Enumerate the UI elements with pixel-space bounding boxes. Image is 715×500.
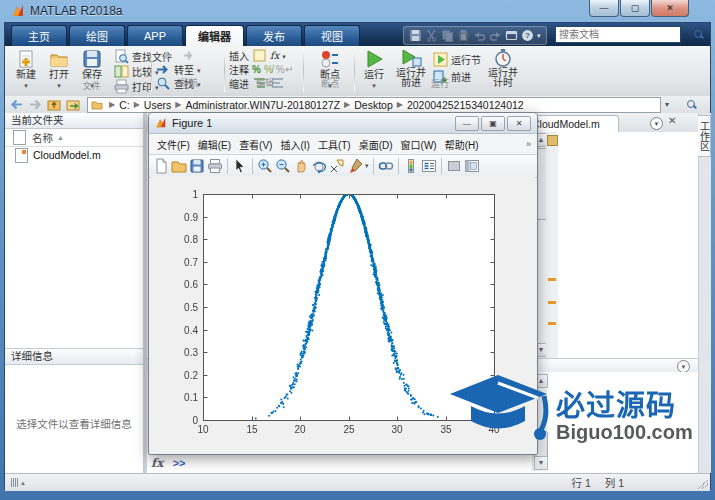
ribbon-group-edit: 插入 fx 注释 % %̸ %↵ 缩进 编辑 — [229, 48, 301, 90]
qat-caret-down-icon[interactable]: ▾ — [537, 32, 541, 40]
doc-search-input[interactable] — [556, 29, 694, 40]
brush-caret-icon[interactable]: ▾ — [365, 162, 369, 170]
status-start-button[interactable] — [11, 478, 18, 487]
figure-close-button[interactable]: ✕ — [507, 116, 531, 131]
nav-back-icon[interactable] — [9, 98, 24, 111]
menu-tools[interactable]: 工具(T) — [314, 137, 355, 152]
ribbon-group-run: 运行 运行并前进 运行节 前进 运行并计时 运行 — [359, 48, 521, 91]
menu-insert[interactable]: 插入(I) — [276, 137, 313, 152]
switch-window-icon[interactable] — [505, 29, 518, 42]
fig-new-icon[interactable] — [153, 158, 169, 174]
menu-view[interactable]: 查看(V) — [235, 137, 276, 152]
crumb-folder[interactable]: 20200425215340124012 — [407, 99, 524, 111]
menu-file[interactable]: 文件(F) — [153, 137, 194, 152]
editor-tab-cloudmodel[interactable]: CloudModel.m — [525, 115, 619, 132]
tab-plots[interactable]: 绘图 — [69, 25, 125, 46]
warning-marker[interactable] — [548, 322, 556, 325]
title-bar[interactable]: MATLAB R2018a — ▢ ✕ — [0, 0, 715, 22]
rotate-3d-icon[interactable] — [311, 158, 327, 174]
addr-caret-down-icon[interactable]: ▾ — [665, 100, 669, 109]
link-plot-icon[interactable] — [378, 158, 394, 174]
insert-colorbar-icon[interactable] — [403, 158, 419, 174]
close-button[interactable]: ✕ — [651, 0, 689, 17]
goto-button[interactable]: 转至 — [156, 62, 222, 76]
resize-grip[interactable] — [698, 479, 708, 489]
minimize-button[interactable]: — — [589, 0, 619, 17]
name-column-header[interactable]: 名称 ▲ — [5, 129, 143, 147]
workspace-vertical-tab[interactable]: 工作区 — [698, 115, 711, 157]
crumb-desktop[interactable]: Desktop — [354, 99, 393, 111]
crumb-drive[interactable]: C: — [119, 99, 130, 111]
figure-restore-button[interactable]: ▣ — [481, 116, 505, 131]
cut-icon[interactable] — [425, 29, 438, 42]
details-header[interactable]: 详细信息 — [5, 348, 143, 365]
comment-row[interactable]: 注释 % %̸ %↵ — [229, 62, 301, 76]
svg-text:?: ? — [525, 31, 530, 40]
pan-hand-icon[interactable] — [293, 158, 309, 174]
paste-icon[interactable] — [457, 29, 470, 42]
command-prompt[interactable]: fx >> — [151, 456, 186, 470]
prompt-chevrons: >> — [173, 457, 186, 469]
tab-view[interactable]: 视图 — [304, 25, 360, 46]
addr-search-icon[interactable] — [687, 100, 697, 110]
zoom-out-icon[interactable] — [275, 158, 291, 174]
crumb-users[interactable]: Users — [144, 99, 171, 111]
editor-tab-menu[interactable]: ▼ — [650, 117, 663, 130]
fig-save-icon[interactable] — [189, 158, 205, 174]
group-label-file: 文件 — [11, 79, 172, 92]
menu-help[interactable]: 帮助(H) — [441, 137, 483, 152]
menu-window[interactable]: 窗口(W) — [397, 137, 441, 152]
tab-editor[interactable]: 编辑器 — [185, 25, 244, 46]
tab-publish[interactable]: 发布 — [246, 25, 302, 46]
save-icon[interactable] — [409, 29, 422, 42]
figure-title-bar[interactable]: Figure 1 — ▣ ✕ — [149, 113, 537, 134]
status-caret-up-icon[interactable]: ▲ — [20, 480, 26, 486]
brush-icon[interactable] — [347, 158, 363, 174]
browse-folder-icon[interactable] — [66, 98, 81, 111]
figure-window-controls: — ▣ ✕ — [453, 116, 531, 131]
toolbar-separator — [441, 158, 442, 174]
redo-icon[interactable] — [489, 29, 502, 42]
tab-apps[interactable]: APP — [127, 25, 183, 46]
forward-arrow-icon[interactable] — [181, 48, 196, 63]
insert-legend-icon[interactable] — [421, 158, 437, 174]
run-section-button[interactable]: 运行节 — [433, 52, 481, 66]
group-label-navigate: 导航 — [156, 76, 222, 89]
menu-desktop[interactable]: 桌面(D) — [355, 137, 397, 152]
insert-row[interactable]: 插入 fx — [229, 48, 301, 62]
back-arrow-icon[interactable] — [160, 48, 175, 63]
details-empty-message: 选择文件以查看详细信息 — [5, 416, 143, 431]
save-disk-icon — [82, 49, 102, 69]
fig-print-icon[interactable] — [207, 158, 223, 174]
tab-home[interactable]: 主页 — [11, 25, 67, 46]
file-type-icon — [13, 130, 26, 145]
ribbon: 新建 打开 保存 查找文件 比较 — [5, 46, 710, 97]
show-plot-tools-icon[interactable] — [464, 158, 480, 174]
editor-close-icon[interactable]: ✕ — [668, 115, 676, 126]
file-row-cloudmodel[interactable]: CloudModel.m — [5, 147, 143, 163]
run-section-icon — [433, 52, 448, 67]
pointer-icon[interactable] — [232, 158, 248, 174]
menu-overflow-icon[interactable]: » — [526, 139, 531, 149]
mlint-status-icon[interactable] — [547, 135, 558, 146]
copy-icon[interactable] — [441, 29, 454, 42]
watermark: 必过源码 Biguo100.com — [450, 368, 706, 465]
warning-marker[interactable] — [548, 301, 556, 304]
maximize-button[interactable]: ▢ — [620, 0, 650, 17]
hide-plot-tools-icon[interactable] — [446, 158, 462, 174]
warning-marker[interactable] — [548, 278, 556, 281]
fx-button[interactable]: fx — [151, 456, 163, 470]
breadcrumb[interactable]: ▶ C: ▶ Users ▶ Administrator.WIN7U-20180… — [87, 97, 661, 113]
current-folder-header[interactable]: 当前文件夹 — [5, 113, 143, 129]
figure-minimize-button[interactable]: — — [455, 116, 479, 131]
crumb-user[interactable]: Administrator.WIN7U-20180127Z — [185, 99, 340, 111]
up-folder-icon[interactable] — [47, 98, 62, 111]
undo-icon[interactable] — [473, 29, 486, 42]
fig-open-icon[interactable] — [171, 158, 187, 174]
nav-forward-icon[interactable] — [28, 98, 43, 111]
zoom-in-icon[interactable] — [257, 158, 273, 174]
menu-edit[interactable]: 编辑(E) — [194, 137, 235, 152]
sort-ascending-icon: ▲ — [57, 134, 64, 141]
data-cursor-icon[interactable] — [329, 158, 345, 174]
help-icon[interactable]: ? — [521, 29, 534, 42]
